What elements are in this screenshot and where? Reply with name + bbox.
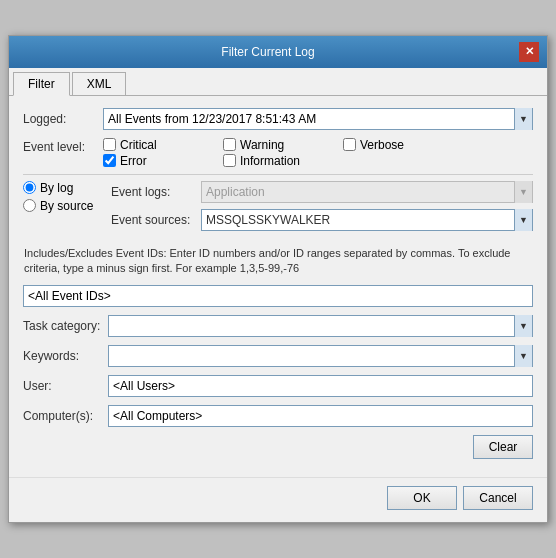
tab-xml[interactable]: XML (72, 72, 127, 95)
event-sources-arrow[interactable]: ▼ (514, 209, 532, 231)
checkbox-verbose: Verbose (343, 138, 463, 152)
titlebar: Filter Current Log ✕ (9, 36, 547, 68)
checkbox-error: Error (103, 154, 223, 168)
by-log-radio[interactable] (23, 181, 36, 194)
information-label: Information (240, 154, 300, 168)
logged-row: Logged: All Events from 12/23/2017 8:51:… (23, 108, 533, 130)
logged-label: Logged: (23, 112, 103, 126)
by-source-label: By source (40, 199, 93, 213)
task-category-select-wrap[interactable]: ▼ (108, 315, 533, 337)
event-logs-input (202, 182, 514, 202)
dialog-window: Filter Current Log ✕ Filter XML Logged: … (8, 35, 548, 524)
logged-select[interactable]: All Events from 12/23/2017 8:51:43 AM (104, 109, 514, 129)
event-logs-row: Event logs: ▼ (111, 181, 533, 203)
radio-by-log-item: By log (23, 181, 103, 195)
tab-filter[interactable]: Filter (13, 72, 70, 96)
user-label: User: (23, 379, 108, 393)
user-input[interactable] (108, 375, 533, 397)
by-source-radio[interactable] (23, 199, 36, 212)
task-category-label: Task category: (23, 319, 108, 333)
event-sources-select-wrap[interactable]: ▼ (201, 209, 533, 231)
critical-checkbox[interactable] (103, 138, 116, 151)
critical-label: Critical (120, 138, 157, 152)
window-title: Filter Current Log (17, 45, 519, 59)
ok-button[interactable]: OK (387, 486, 457, 510)
task-category-row: Task category: ▼ (23, 315, 533, 337)
event-sources-label: Event sources: (111, 213, 201, 227)
clear-button-row: Clear (23, 435, 533, 459)
information-checkbox[interactable] (223, 154, 236, 167)
event-ids-row (23, 285, 533, 307)
warning-checkbox[interactable] (223, 138, 236, 151)
checkboxes-grid: Critical Warning Verbose Error Informati… (103, 138, 463, 168)
event-level-row: Event level: Critical Warning Verbose Er… (23, 138, 533, 168)
computer-label: Computer(s): (23, 409, 108, 423)
checkbox-warning: Warning (223, 138, 343, 152)
logged-dropdown-arrow[interactable]: ▼ (514, 108, 532, 130)
tab-bar: Filter XML (9, 68, 547, 96)
footer-buttons: OK Cancel (9, 477, 547, 522)
verbose-checkbox[interactable] (343, 138, 356, 151)
cancel-button[interactable]: Cancel (463, 486, 533, 510)
computer-row: Computer(s): (23, 405, 533, 427)
keywords-arrow[interactable]: ▼ (514, 345, 532, 367)
event-logs-arrow: ▼ (514, 181, 532, 203)
description-text: Includes/Excludes Event IDs: Enter ID nu… (23, 245, 533, 278)
event-logs-label: Event logs: (111, 185, 201, 199)
log-source-fields: Event logs: ▼ Event sources: ▼ (111, 181, 533, 237)
radio-group: By log By source (23, 181, 111, 229)
event-sources-input[interactable] (202, 210, 514, 230)
close-button[interactable]: ✕ (519, 42, 539, 62)
log-source-section: By log By source Event logs: ▼ (23, 181, 533, 237)
by-log-label: By log (40, 181, 73, 195)
computer-input[interactable] (108, 405, 533, 427)
event-ids-input[interactable] (23, 285, 533, 307)
keywords-select[interactable] (109, 346, 514, 366)
error-checkbox[interactable] (103, 154, 116, 167)
event-level-label: Event level: (23, 138, 103, 154)
radio-by-source-item: By source (23, 199, 103, 213)
form-content: Logged: All Events from 12/23/2017 8:51:… (9, 96, 547, 472)
keywords-select-wrap[interactable]: ▼ (108, 345, 533, 367)
event-sources-row: Event sources: ▼ (111, 209, 533, 231)
verbose-label: Verbose (360, 138, 404, 152)
task-category-arrow[interactable]: ▼ (514, 315, 532, 337)
checkbox-information: Information (223, 154, 343, 168)
keywords-label: Keywords: (23, 349, 108, 363)
separator-1 (23, 174, 533, 175)
logged-select-wrap[interactable]: All Events from 12/23/2017 8:51:43 AM ▼ (103, 108, 533, 130)
warning-label: Warning (240, 138, 284, 152)
event-logs-select-wrap: ▼ (201, 181, 533, 203)
checkbox-critical: Critical (103, 138, 223, 152)
clear-button[interactable]: Clear (473, 435, 533, 459)
user-row: User: (23, 375, 533, 397)
error-label: Error (120, 154, 147, 168)
task-category-select[interactable] (109, 316, 514, 336)
keywords-row: Keywords: ▼ (23, 345, 533, 367)
